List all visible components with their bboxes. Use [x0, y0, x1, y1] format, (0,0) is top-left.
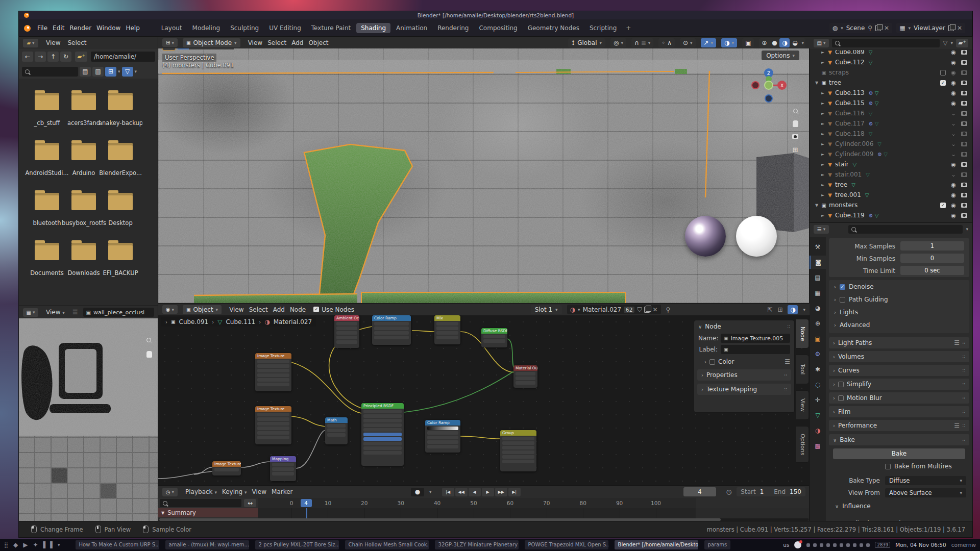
outliner-row[interactable]: ► ▼ Cube.116 ▽ ⌄	[812, 108, 970, 118]
prop-value-field[interactable]: 0	[900, 254, 964, 263]
prop-subsection-lights[interactable]: ›Lights	[834, 309, 858, 316]
taskbar-window-button[interactable]: How To Make A Custom URP S...	[76, 540, 159, 549]
prev-keyframe-button[interactable]: ◀◀	[455, 488, 468, 496]
shader-node[interactable]: Color Ramp	[425, 420, 460, 453]
hide-in-viewport-toggle[interactable]: ◉	[950, 50, 957, 56]
viewport-pan-icon[interactable]	[793, 120, 798, 127]
add-workspace-button[interactable]: +	[621, 23, 635, 33]
outliner-row[interactable]: ► ▼ stair.001 ▽ ⌄	[812, 169, 970, 180]
properties-options-dropdown[interactable]: ▾	[966, 227, 968, 232]
axis-gizmo[interactable]: Z X	[750, 67, 787, 104]
close-scene-icon[interactable]: ✕	[884, 24, 889, 32]
next-keyframe-button[interactable]: ▶▶	[495, 488, 507, 496]
timeline-search-input[interactable]	[160, 499, 241, 507]
taskbar-window-button[interactable]: amalie - (tmux) M: wayl-mem...	[165, 540, 249, 549]
disable-in-renders-toggle[interactable]	[961, 60, 967, 65]
hide-in-viewport-toggle[interactable]: ◉	[950, 69, 957, 76]
hide-in-viewport-toggle[interactable]: ⌄	[950, 171, 957, 178]
timeline-ruler[interactable]: 01020304050607080901004	[258, 498, 810, 508]
new-folder-button[interactable]: ▰⁺	[75, 52, 87, 62]
disable-in-renders-toggle[interactable]	[961, 81, 967, 85]
launcher-icon[interactable]: ⣿	[4, 542, 8, 548]
outliner-editor-type-button[interactable]: ▤▾	[814, 39, 829, 47]
show-gizmo-button[interactable]: ↗▾	[701, 38, 717, 47]
menu-item[interactable]: Node	[287, 305, 308, 314]
tray-icon[interactable]	[846, 543, 850, 547]
hide-in-viewport-toggle[interactable]: ◉	[950, 202, 957, 209]
viewport-grid-icon[interactable]: ⊞	[793, 146, 798, 154]
viewlayer-selector[interactable]: ▦▾ ViewLayer ✕	[896, 23, 965, 33]
pin-icon[interactable]: ⚲	[868, 24, 872, 32]
image-editor-type-button[interactable]: ▦▾	[23, 308, 38, 317]
frame-range[interactable]: Start1 End150	[737, 487, 805, 496]
workspace-tab-sculpting[interactable]: Sculpting	[226, 23, 263, 33]
disable-in-renders-toggle[interactable]	[961, 91, 967, 95]
xray-toggle[interactable]: ▣	[742, 38, 754, 47]
blender-menu-icon[interactable]	[24, 25, 31, 32]
viewport-canvas[interactable]: User Perspective (4) monsters | Cube.091…	[158, 48, 810, 304]
sidebar-tab-view[interactable]: View	[796, 391, 808, 419]
viewport-zoom-icon[interactable]	[793, 109, 798, 113]
hide-in-viewport-toggle[interactable]: ◉	[950, 161, 957, 168]
taskbar-window-button[interactable]: POWGE Trapezoid MXL Open S...	[525, 540, 608, 549]
tray-icon[interactable]	[860, 543, 863, 547]
object-type-visibility-dropdown[interactable]: ⊙▾	[680, 38, 696, 47]
menu-item[interactable]: Marker	[269, 487, 295, 496]
menu-edit[interactable]: Edit	[50, 23, 67, 33]
shader-overlays-button[interactable]: ◑	[788, 305, 798, 314]
tray-badge[interactable]: 2839	[875, 542, 890, 548]
hide-in-viewport-toggle[interactable]: ◉	[950, 212, 957, 219]
play-button[interactable]: ▶	[482, 488, 494, 496]
hide-in-viewport-toggle[interactable]: ⌄	[950, 141, 957, 147]
properties-search-input[interactable]	[848, 225, 963, 234]
influence-section[interactable]: ∨Influence	[835, 503, 871, 510]
shader-type-dropdown[interactable]: ▣Object▾	[183, 305, 222, 314]
tray-icon[interactable]	[820, 543, 823, 547]
title-bar[interactable]: Blender* [/home/amalie/Desktop/blender/r…	[19, 11, 972, 19]
workspace-tab-animation[interactable]: Animation	[391, 23, 432, 33]
outliner-row[interactable]: ► ▼ Cylinder.006 ▽ ⌄	[812, 139, 970, 149]
workspace-tab-texture-paint[interactable]: Texture Paint	[307, 23, 355, 33]
outliner-row[interactable]: ► ▼ stair ▽ ◉	[812, 159, 970, 169]
sidebar-tab-node[interactable]: Node	[796, 319, 808, 348]
taskbar-window-button[interactable]: params	[704, 540, 731, 549]
slot-dropdown[interactable]: Slot 1▾	[531, 305, 562, 314]
shader-node[interactable]: Mapping	[270, 456, 296, 481]
clock-icon[interactable]: ◷	[726, 488, 731, 495]
shading-solid-button[interactable]: ●	[769, 38, 779, 47]
discord-icon[interactable]	[794, 541, 801, 548]
menu-item[interactable]: Select	[247, 305, 271, 314]
disable-in-renders-toggle[interactable]	[961, 70, 967, 75]
disable-in-renders-toggle[interactable]	[961, 142, 967, 146]
taskbar-icon[interactable]: ▌▐	[43, 541, 53, 548]
outliner-filter-icon[interactable]: ▽	[943, 39, 947, 46]
shading-rendered-button[interactable]: ◒	[790, 38, 800, 47]
node-label-field[interactable]: ▣	[721, 345, 790, 354]
outliner-row[interactable]: ► ▼ Cube.112 ▽ ◉	[812, 57, 970, 67]
menu-item[interactable]: Playback ▾	[183, 487, 219, 496]
properties-section-simplify[interactable]: › Simplify ☰∷	[829, 379, 969, 390]
menu-item[interactable]: View ▾	[43, 308, 67, 317]
view-from-dropdown[interactable]: Above Surface▾	[885, 488, 966, 497]
proportional-editing-button[interactable]: ◦ ∧	[658, 38, 675, 47]
file-browser-type-button[interactable]: ▰▾	[23, 39, 38, 47]
outliner-row[interactable]: ► ▼ Cube.117 ⚙▽ ⌄	[812, 118, 970, 129]
node-canvas[interactable]: ›▣Cube.091 ›▽Cube.111 ›◑Material.027	[158, 315, 810, 486]
sidebar-tab-options[interactable]: Options	[796, 427, 808, 462]
file-search-input[interactable]	[22, 67, 78, 77]
pivot-point-dropdown[interactable]: ◎▾	[610, 38, 626, 47]
outliner-search-input[interactable]	[832, 39, 940, 47]
properties-tab-constraints[interactable]: ✛	[810, 393, 826, 407]
menu-item[interactable]: Add	[289, 38, 306, 47]
back-button[interactable]: ←	[22, 52, 33, 62]
filter-button[interactable]: ▽	[122, 67, 133, 77]
menu-item[interactable]: View	[227, 305, 246, 314]
hide-in-viewport-toggle[interactable]: ⌄	[950, 151, 957, 158]
node-name-field[interactable]: ▣Image Texture.005	[721, 334, 790, 343]
hide-in-viewport-toggle[interactable]: ◉	[950, 100, 957, 107]
view-thumbnails-button[interactable]: ⊞	[105, 67, 116, 77]
hide-in-viewport-toggle[interactable]: ⌄	[950, 110, 957, 117]
outliner-row[interactable]: ▼ ▣ tree ✓◉	[812, 78, 970, 88]
new-collection-button[interactable]: ▰⁺	[956, 39, 968, 47]
prop-subsection-advanced[interactable]: ›Advanced	[834, 321, 870, 329]
